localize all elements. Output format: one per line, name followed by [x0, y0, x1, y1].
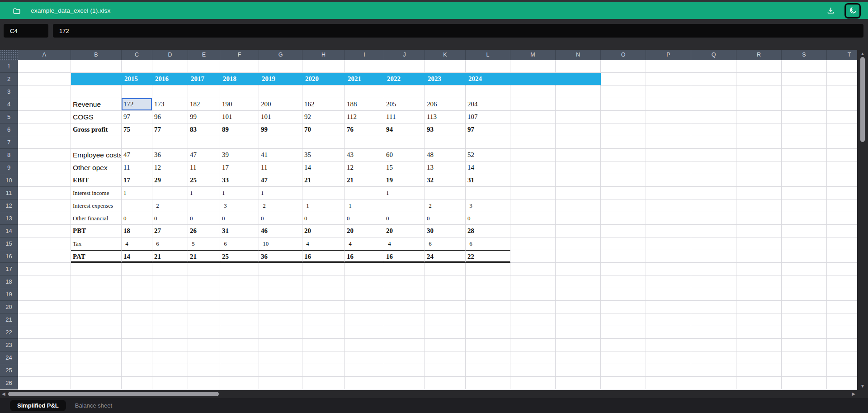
cell-I10[interactable]: 21 [345, 174, 384, 187]
cell-Q17[interactable] [691, 263, 736, 275]
cell-F26[interactable] [220, 377, 259, 389]
cell-P18[interactable] [646, 275, 691, 288]
cell-D4[interactable]: 173 [152, 98, 188, 111]
cell-J4[interactable]: 205 [384, 98, 425, 111]
cell-N3[interactable] [556, 85, 601, 98]
cell-A6[interactable] [18, 123, 71, 136]
col-header-N[interactable]: N [556, 50, 601, 60]
cell-J1[interactable] [384, 60, 425, 73]
col-header-E[interactable]: E [188, 50, 220, 60]
cell-I25[interactable] [345, 364, 384, 377]
cell-R6[interactable] [736, 123, 782, 136]
cell-C9[interactable]: 11 [122, 161, 152, 174]
cell-O25[interactable] [601, 364, 646, 377]
cell-K22[interactable] [425, 326, 466, 339]
night-mode-toggle-button[interactable] [844, 3, 861, 19]
cell-A15[interactable] [18, 237, 71, 250]
cell-C12[interactable] [122, 199, 152, 212]
cell-G13[interactable]: 0 [259, 212, 302, 225]
cell-K24[interactable] [425, 351, 466, 364]
cell-C16[interactable]: 14 [122, 250, 152, 263]
cell-T19[interactable] [827, 288, 857, 301]
col-header-A[interactable]: A [18, 50, 71, 60]
scroll-right-icon[interactable]: ▶ [852, 390, 855, 398]
cell-E16[interactable]: 21 [188, 250, 220, 263]
cell-A13[interactable] [18, 212, 71, 225]
cell-A24[interactable] [18, 351, 71, 364]
cell-A21[interactable] [18, 313, 71, 326]
cell-E11[interactable]: 1 [188, 187, 220, 199]
cell-P2[interactable] [646, 73, 691, 85]
cell-K10[interactable]: 32 [425, 174, 466, 187]
cell-N25[interactable] [556, 364, 601, 377]
row-header-20[interactable]: 20 [0, 301, 18, 313]
row-header-8[interactable]: 8 [0, 149, 18, 161]
cell-S14[interactable] [782, 225, 827, 237]
cell-D9[interactable]: 12 [152, 161, 188, 174]
cell-K15[interactable]: -6 [425, 237, 466, 250]
cell-Q13[interactable] [691, 212, 736, 225]
cell-O23[interactable] [601, 339, 646, 351]
cell-N6[interactable] [556, 123, 601, 136]
cell-F19[interactable] [220, 288, 259, 301]
cell-T10[interactable] [827, 174, 857, 187]
cell-B12[interactable]: Interest expenses [71, 199, 122, 212]
cell-G4[interactable]: 200 [259, 98, 302, 111]
cell-J3[interactable] [384, 85, 425, 98]
cell-C24[interactable] [122, 351, 152, 364]
cell-P15[interactable] [646, 237, 691, 250]
cell-P23[interactable] [646, 339, 691, 351]
cell-P11[interactable] [646, 187, 691, 199]
cell-D11[interactable] [152, 187, 188, 199]
row-header-11[interactable]: 11 [0, 187, 18, 199]
cell-H8[interactable]: 35 [302, 149, 345, 161]
cell-S9[interactable] [782, 161, 827, 174]
cell-S20[interactable] [782, 301, 827, 313]
cell-A22[interactable] [18, 326, 71, 339]
cell-D13[interactable]: 0 [152, 212, 188, 225]
cell-name-box[interactable] [4, 24, 48, 38]
download-button[interactable] [823, 4, 838, 18]
cell-M13[interactable] [510, 212, 556, 225]
row-header-15[interactable]: 15 [0, 237, 18, 250]
cell-L26[interactable] [466, 377, 510, 389]
cell-I21[interactable] [345, 313, 384, 326]
cell-K25[interactable] [425, 364, 466, 377]
cell-P22[interactable] [646, 326, 691, 339]
cell-J25[interactable] [384, 364, 425, 377]
cell-T18[interactable] [827, 275, 857, 288]
cell-D1[interactable] [152, 60, 188, 73]
horizontal-scrollbar-thumb[interactable] [8, 392, 219, 396]
cell-K1[interactable] [425, 60, 466, 73]
cell-T9[interactable] [827, 161, 857, 174]
cell-L10[interactable]: 31 [466, 174, 510, 187]
cell-L24[interactable] [466, 351, 510, 364]
cell-O9[interactable] [601, 161, 646, 174]
cell-I14[interactable]: 20 [345, 225, 384, 237]
cell-O3[interactable] [601, 85, 646, 98]
cell-L14[interactable]: 28 [466, 225, 510, 237]
cell-S18[interactable] [782, 275, 827, 288]
cell-D19[interactable] [152, 288, 188, 301]
cell-E5[interactable]: 99 [188, 111, 220, 123]
cell-T5[interactable] [827, 111, 857, 123]
cell-H15[interactable]: -4 [302, 237, 345, 250]
cell-L2[interactable]: 2024 [466, 73, 510, 85]
vertical-scrollbar-thumb[interactable] [860, 57, 865, 142]
cell-O1[interactable] [601, 60, 646, 73]
col-header-H[interactable]: H [302, 50, 345, 60]
col-header-P[interactable]: P [646, 50, 691, 60]
cell-A1[interactable] [18, 60, 71, 73]
cell-L25[interactable] [466, 364, 510, 377]
cell-Q3[interactable] [691, 85, 736, 98]
cell-G23[interactable] [259, 339, 302, 351]
cell-A3[interactable] [18, 85, 71, 98]
cell-O11[interactable] [601, 187, 646, 199]
cell-D7[interactable] [152, 136, 188, 149]
cell-K20[interactable] [425, 301, 466, 313]
cell-E23[interactable] [188, 339, 220, 351]
cell-H5[interactable]: 92 [302, 111, 345, 123]
cell-F24[interactable] [220, 351, 259, 364]
cell-R10[interactable] [736, 174, 782, 187]
scroll-up-icon[interactable]: ▲ [857, 51, 868, 56]
